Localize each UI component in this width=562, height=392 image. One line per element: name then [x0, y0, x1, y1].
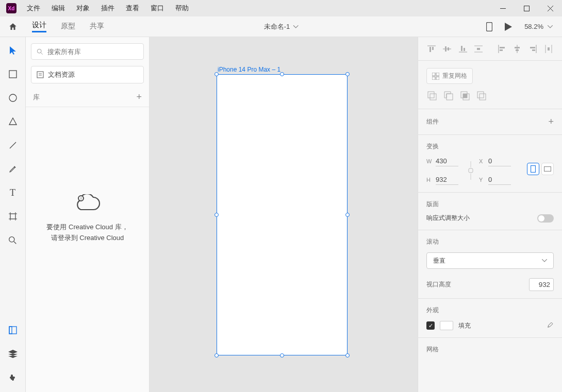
- align-vcenter-icon[interactable]: [440, 41, 454, 57]
- zoom-tool[interactable]: [6, 233, 20, 247]
- height-input[interactable]: [436, 175, 458, 185]
- selection-handle-mr[interactable]: [345, 213, 350, 217]
- window-controls: [491, 0, 562, 16]
- artboard[interactable]: [217, 74, 348, 355]
- union-icon[interactable]: [426, 90, 438, 101]
- tab-share[interactable]: 共享: [90, 22, 104, 32]
- repeat-grid-button[interactable]: 重复网格: [426, 68, 473, 84]
- line-tool[interactable]: [6, 138, 20, 152]
- svg-rect-45: [530, 47, 535, 48]
- svg-rect-52: [432, 77, 435, 80]
- add-component-button[interactable]: +: [548, 116, 554, 127]
- svg-line-16: [14, 242, 16, 244]
- libraries-panel-button[interactable]: [6, 323, 20, 337]
- select-tool[interactable]: [6, 43, 20, 58]
- svg-rect-40: [500, 49, 503, 51]
- orientation-buttons: [527, 163, 554, 175]
- scroll-section: 滚动 垂直 视口高度: [418, 230, 562, 299]
- svg-rect-3: [9, 71, 16, 78]
- selection-handle-tc[interactable]: [280, 72, 284, 76]
- selection-handle-br[interactable]: [345, 353, 350, 357]
- distribute-h-icon[interactable]: [541, 41, 556, 57]
- creative-cloud-icon: !: [74, 194, 102, 213]
- svg-rect-43: [516, 49, 519, 51]
- grid-title: 网格: [426, 345, 439, 354]
- align-right-icon[interactable]: [526, 41, 540, 57]
- svg-rect-61: [480, 94, 486, 100]
- menu-help[interactable]: 帮助: [175, 4, 189, 13]
- portrait-button[interactable]: [527, 163, 539, 175]
- svg-point-4: [9, 94, 16, 101]
- selection-handle-tr[interactable]: [345, 72, 350, 76]
- y-input[interactable]: [488, 175, 511, 185]
- svg-rect-0: [500, 8, 506, 9]
- landscape-button[interactable]: [541, 163, 554, 175]
- plugins-panel-button[interactable]: [6, 370, 20, 385]
- lock-aspect-button[interactable]: [467, 161, 475, 180]
- menu-plugin[interactable]: 插件: [101, 4, 114, 13]
- document-title[interactable]: 未命名-1: [264, 22, 299, 31]
- document-title-text: 未命名-1: [264, 22, 290, 31]
- svg-rect-49: [548, 47, 550, 50]
- maximize-button[interactable]: [515, 0, 538, 16]
- svg-rect-18: [9, 327, 12, 334]
- zoom-control[interactable]: 58.2%: [524, 23, 553, 30]
- layout-title: 版面: [426, 200, 439, 209]
- intersect-icon[interactable]: [459, 90, 471, 101]
- svg-rect-46: [532, 49, 535, 51]
- top-right-controls: 58.2%: [486, 22, 562, 31]
- device-preview-icon[interactable]: [486, 22, 492, 31]
- align-hcenter-icon[interactable]: [510, 41, 524, 57]
- ellipse-tool[interactable]: [6, 91, 20, 105]
- menu-bar: 文件 编辑 对象 插件 查看 窗口 帮助: [27, 4, 189, 13]
- svg-rect-55: [430, 94, 436, 100]
- close-button[interactable]: [538, 0, 562, 16]
- selection-handle-bl[interactable]: [214, 353, 219, 357]
- menu-object[interactable]: 对象: [76, 4, 90, 13]
- fill-color-swatch[interactable]: [440, 321, 453, 330]
- pen-tool[interactable]: [6, 162, 20, 176]
- selection-handle-tl[interactable]: [214, 72, 219, 76]
- polygon-tool[interactable]: [6, 114, 20, 129]
- tab-prototype[interactable]: 原型: [61, 22, 75, 32]
- fill-checkbox[interactable]: ✓: [426, 321, 435, 330]
- h-label: H: [426, 177, 433, 183]
- viewport-height-input[interactable]: [529, 278, 554, 291]
- scroll-select[interactable]: 垂直: [426, 252, 554, 269]
- menu-view[interactable]: 查看: [126, 4, 139, 13]
- menu-edit[interactable]: 编辑: [52, 4, 65, 13]
- cc-login-placeholder: ! 要使用 Creative Cloud 库， 请登录到 Creative Cl…: [26, 45, 149, 392]
- svg-rect-50: [432, 73, 435, 76]
- component-section: 组件 +: [418, 109, 562, 135]
- eyedropper-icon[interactable]: [546, 321, 554, 330]
- selection-handle-ml[interactable]: [214, 213, 219, 217]
- minimize-button[interactable]: [491, 0, 515, 16]
- w-label: W: [426, 158, 433, 164]
- exclude-icon[interactable]: [476, 90, 487, 101]
- home-button[interactable]: [0, 16, 26, 37]
- x-input[interactable]: [488, 156, 511, 166]
- cc-text-line2: 请登录到 Creative Cloud: [51, 233, 124, 244]
- play-icon[interactable]: [505, 23, 512, 31]
- distribute-v-icon[interactable]: [471, 41, 486, 57]
- selection-handle-bc[interactable]: [280, 353, 284, 357]
- align-left-icon[interactable]: [494, 41, 509, 57]
- tab-design[interactable]: 设计: [32, 21, 46, 32]
- svg-rect-27: [429, 47, 431, 52]
- subtract-icon[interactable]: [443, 90, 454, 101]
- align-bottom-icon[interactable]: [455, 41, 470, 57]
- menu-file[interactable]: 文件: [27, 4, 40, 13]
- artboard-label[interactable]: iPhone 14 Pro Max – 1: [218, 66, 280, 73]
- rectangle-tool[interactable]: [6, 67, 20, 81]
- responsive-toggle[interactable]: [537, 214, 554, 223]
- layers-panel-button[interactable]: [6, 347, 20, 361]
- canvas[interactable]: iPhone 14 Pro Max – 1: [150, 37, 418, 392]
- width-input[interactable]: [436, 156, 458, 166]
- tool-rail: T: [0, 37, 26, 392]
- y-label: Y: [479, 177, 485, 183]
- align-top-icon[interactable]: [424, 41, 439, 57]
- viewport-label: 视口高度: [426, 280, 451, 289]
- artboard-tool[interactable]: [6, 209, 20, 224]
- menu-window[interactable]: 窗口: [151, 4, 164, 13]
- text-tool[interactable]: T: [6, 185, 20, 200]
